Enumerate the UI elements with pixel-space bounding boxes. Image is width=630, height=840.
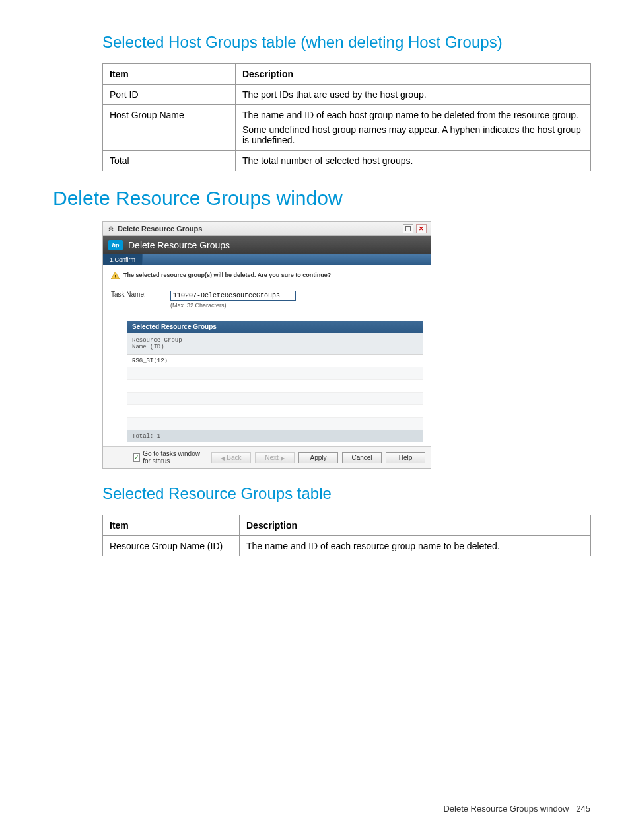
col-item: Item <box>103 64 236 85</box>
close-button[interactable]: ✕ <box>416 224 427 233</box>
cell-item: Total <box>103 151 236 171</box>
section1-heading: Selected Host Groups table (when deletin… <box>53 33 590 52</box>
cell-desc: The total number of selected host groups… <box>236 151 591 171</box>
list-item[interactable]: RSG_ST(12) <box>127 355 423 367</box>
banner-title: Delete Resource Groups <box>128 240 230 250</box>
svg-text:!: ! <box>114 274 116 280</box>
window-banner: hp Delete Resource Groups <box>103 236 431 254</box>
total-row: Total: 1 <box>127 430 423 442</box>
list-item <box>127 380 423 393</box>
delete-resource-groups-window: Delete Resource Groups ✕ hp Delete Resou… <box>102 221 431 469</box>
cell-desc: The name and ID of each host group name … <box>236 105 591 151</box>
table-row: Port ID The port IDs that are used by th… <box>103 85 591 105</box>
warning-icon: ! <box>111 272 120 279</box>
list-item <box>127 393 423 405</box>
table-row: Resource Group Name (ID) The name and ID… <box>103 536 591 556</box>
list-item <box>127 367 423 380</box>
checkmark-icon: ✓ <box>133 453 140 462</box>
back-button[interactable]: ◀ Back <box>211 452 251 463</box>
maximize-button[interactable] <box>403 224 413 233</box>
task-name-hint: (Max. 32 Characters) <box>170 302 296 309</box>
section2-heading: Delete Resource Groups window <box>53 187 590 210</box>
col-resource-group-name: Resource Group Name (ID) <box>127 333 423 355</box>
svg-rect-0 <box>406 227 411 231</box>
warning-message: ! The selected resource group(s) will be… <box>111 272 423 279</box>
warning-text: The selected resource group(s) will be d… <box>123 272 331 278</box>
hp-logo-icon: hp <box>108 240 123 250</box>
window-titlebar: Delete Resource Groups ✕ <box>103 222 431 236</box>
checkbox-label: Go to tasks window for status <box>143 450 207 465</box>
apply-button[interactable]: Apply <box>298 452 338 463</box>
list-item <box>127 405 423 418</box>
section3-heading: Selected Resource Groups table <box>53 484 590 503</box>
window-footer: ✓ Go to tasks window for status ◀ Back N… <box>103 446 431 468</box>
task-name-label: Task Name: <box>111 291 170 298</box>
collapse-icon[interactable] <box>107 225 115 233</box>
col-description: Description <box>236 64 591 85</box>
wizard-steps: 1.Confirm <box>103 254 431 265</box>
window-title: Delete Resource Groups <box>118 225 202 233</box>
table-row: Host Group Name The name and ID of each … <box>103 105 591 151</box>
cell-item: Port ID <box>103 85 236 105</box>
cell-item: Resource Group Name (ID) <box>103 536 240 556</box>
col-description: Description <box>240 515 591 536</box>
go-to-tasks-checkbox[interactable]: ✓ Go to tasks window for status <box>133 450 207 465</box>
page-footer: Delete Resource Groups window 245 <box>443 804 590 814</box>
cell-desc: The port IDs that are used by the host g… <box>236 85 591 105</box>
next-button[interactable]: Next ▶ <box>255 452 295 463</box>
task-name-input[interactable] <box>170 291 296 301</box>
cell-desc: The name and ID of each resource group n… <box>240 536 591 556</box>
list-item <box>127 418 423 430</box>
cancel-button[interactable]: Cancel <box>342 452 382 463</box>
help-button[interactable]: Help <box>386 452 425 463</box>
table-row: Total The total number of selected host … <box>103 151 591 171</box>
selected-host-groups-table: Item Description Port ID The port IDs th… <box>102 63 591 171</box>
selected-resource-groups-list: Resource Group Name (ID) RSG_ST(12) <box>127 333 423 430</box>
selected-resource-groups-header: Selected Resource Groups <box>127 321 423 333</box>
selected-resource-groups-table: Item Description Resource Group Name (ID… <box>102 515 591 556</box>
step-confirm: 1.Confirm <box>103 254 143 265</box>
cell-item: Host Group Name <box>103 105 236 151</box>
col-item: Item <box>103 515 240 536</box>
